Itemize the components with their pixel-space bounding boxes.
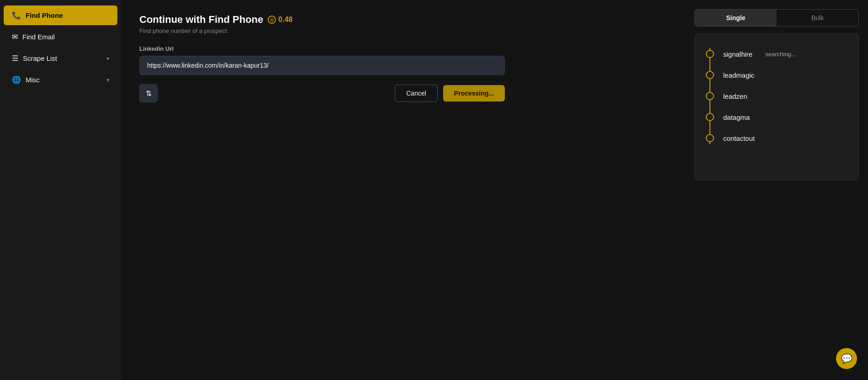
sidebar-item-find-email[interactable]: ✉ Find Email [4,27,117,47]
sidebar-item-label: Find Email [22,33,55,41]
form-actions: ⇅ Cancel Processing... [139,84,505,102]
toggle-single[interactable]: Single [695,10,777,26]
sidebar-item-find-phone[interactable]: 📞 Find Phone [4,5,117,25]
credit-icon: ⊙ [268,16,276,24]
toggle-group: Single Bulk [694,9,859,27]
pipeline-name: contactout [723,134,755,142]
pipeline-dot [706,92,714,100]
sidebar-item-misc[interactable]: 🌐 Misc ▾ [4,70,117,90]
sidebar-item-label: Find Phone [26,11,63,19]
processing-button[interactable]: Processing... [443,85,505,102]
find-email-icon: ✉ [12,32,18,41]
pipeline-list: signalhire searching... leadmagic leadze… [706,43,847,149]
linkedin-label: Linkedin Url [139,45,505,52]
stepper-button[interactable]: ⇅ [139,84,158,102]
credit-value: 0.48 [278,16,292,24]
pipeline-status: searching... [765,51,796,58]
chat-icon: 💬 [841,353,852,364]
page-title: Continue with Find Phone ⊙ 0.48 [139,14,292,26]
sidebar-item-label: Misc [26,76,40,84]
chevron-icon: ▾ [106,77,109,83]
page-title-text: Continue with Find Phone [139,14,263,26]
page-title-area: Continue with Find Phone ⊙ 0.48 Find pho… [139,14,292,34]
chat-bubble[interactable]: 💬 [836,348,857,369]
form-section: Linkedin Url ⇅ Cancel Processing... [139,45,505,102]
sidebar-item-scrape-list[interactable]: ☰ Scrape List ▾ [4,48,117,68]
pipeline-name: signalhire [723,50,752,58]
chevron-icon: ▾ [106,55,109,62]
pipeline-item: leadmagic [706,64,847,86]
credit-badge: ⊙ 0.48 [268,16,292,24]
pipeline-name: datagma [723,113,750,121]
find-phone-icon: 📞 [12,11,21,20]
toggle-bulk[interactable]: Bulk [777,10,858,26]
scrape-list-icon: ☰ [12,54,18,63]
pipeline-name: leadzen [723,92,747,100]
main-content: Continue with Find Phone ⊙ 0.48 Find pho… [121,0,685,380]
page-subtitle: Find phone number of a prospect. [139,27,292,34]
pipeline-card: signalhire searching... leadmagic leadze… [694,34,859,180]
linkedin-input[interactable] [139,56,505,75]
pipeline-item: leadzen [706,86,847,107]
cancel-button[interactable]: Cancel [395,85,438,102]
page-header: Continue with Find Phone ⊙ 0.48 Find pho… [139,14,667,34]
pipeline-dot [706,50,714,58]
pipeline-item: contactout [706,128,847,149]
sidebar-item-label: Scrape List [23,54,57,62]
pipeline-dot [706,134,714,142]
right-panel: Single Bulk signalhire searching... lead… [685,0,868,380]
pipeline-name: leadmagic [723,71,754,79]
sidebar: 📞 Find Phone ✉ Find Email ☰ Scrape List … [0,0,121,380]
pipeline-item: datagma [706,107,847,128]
misc-icon: 🌐 [12,75,21,84]
pipeline-dot [706,113,714,121]
pipeline-item: signalhire searching... [706,43,847,64]
pipeline-dot [706,71,714,79]
